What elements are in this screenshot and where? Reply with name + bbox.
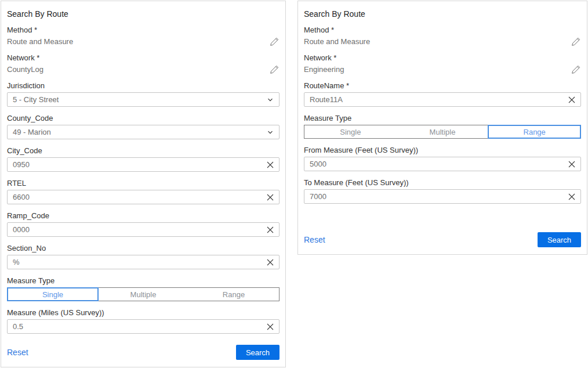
panel-footer: Reset Search (304, 232, 581, 247)
readonly-row-method: Route and Measure (304, 37, 581, 46)
field-measure-type: Measure Type Single Multiple Range (7, 276, 280, 301)
field-label-from-measure: From Measure (Feet (US Survey)) (304, 146, 581, 154)
clear-x-icon[interactable] (267, 161, 274, 168)
field-value-network: CountyLog (7, 65, 43, 74)
field-rtel: RTEL (7, 179, 280, 204)
readonly-row-method: Route and Measure (7, 37, 280, 46)
section-no-input-wrap (7, 255, 280, 269)
readonly-row-network: CountyLog (7, 64, 280, 74)
measure-type-tabbar: Single Multiple Range (304, 125, 581, 139)
jurisdiction-select[interactable]: 5 - City Street (7, 92, 280, 107)
from-measure-input[interactable] (310, 160, 568, 168)
city-code-input-wrap (7, 157, 280, 172)
field-label-route-name: RouteName * (304, 81, 581, 90)
to-measure-input[interactable] (310, 192, 568, 201)
panel-title: Search By Route (304, 9, 581, 19)
field-network: Network * CountyLog (7, 53, 280, 74)
field-label-network: Network * (304, 53, 581, 62)
search-by-route-panel-left: Search By Route Method * Route and Measu… (1, 1, 286, 367)
clear-x-icon[interactable] (267, 323, 274, 330)
field-method: Method * Route and Measure (304, 26, 581, 46)
field-method: Method * Route and Measure (7, 26, 280, 46)
field-label-measure-type: Measure Type (304, 114, 581, 122)
readonly-row-network: Engineering (304, 64, 581, 74)
ramp-code-input-wrap (7, 222, 280, 237)
field-network: Network * Engineering (304, 53, 581, 74)
clear-x-icon[interactable] (267, 226, 274, 233)
pencil-icon[interactable] (571, 64, 581, 74)
field-label-county-code: County_Code (7, 114, 280, 122)
to-measure-input-wrap (304, 189, 581, 204)
field-label-network: Network * (7, 53, 280, 62)
field-county-code: County_Code 49 - Marion (7, 114, 280, 139)
reset-link[interactable]: Reset (304, 235, 325, 244)
field-label-method: Method * (304, 26, 581, 34)
field-value-method: Route and Measure (7, 37, 73, 46)
panel-footer: Reset Search (7, 345, 280, 360)
field-from-measure: From Measure (Feet (US Survey)) (304, 146, 581, 171)
tab-range[interactable]: Range (188, 288, 279, 301)
tab-range[interactable]: Range (488, 125, 580, 138)
field-label-jurisdiction: Jurisdiction (7, 81, 280, 90)
search-by-route-panel-right: Search By Route Method * Route and Measu… (297, 1, 587, 255)
pencil-icon[interactable] (270, 37, 280, 46)
field-label-measure-type: Measure Type (7, 276, 280, 285)
measure-input-wrap (7, 319, 280, 334)
clear-x-icon[interactable] (568, 96, 575, 103)
clear-x-icon[interactable] (267, 194, 274, 201)
reset-link[interactable]: Reset (7, 348, 28, 357)
tab-single[interactable]: Single (8, 288, 98, 301)
rtel-input-wrap (7, 190, 280, 204)
county-code-select[interactable]: 49 - Marion (7, 125, 280, 139)
city-code-input[interactable] (13, 160, 267, 169)
field-label-measure: Measure (Miles (US Survey)) (7, 308, 280, 317)
field-label-ramp-code: Ramp_Code (7, 211, 280, 220)
from-measure-input-wrap (304, 157, 581, 171)
field-jurisdiction: Jurisdiction 5 - City Street (7, 81, 280, 107)
field-label-rtel: RTEL (7, 179, 280, 187)
county-code-select-value: 49 - Marion (13, 128, 51, 136)
jurisdiction-select-value: 5 - City Street (13, 95, 59, 104)
chevron-down-icon (267, 96, 274, 103)
field-label-section-no: Section_No (7, 244, 280, 252)
tab-multiple[interactable]: Multiple (98, 288, 188, 301)
tab-multiple[interactable]: Multiple (397, 125, 489, 138)
field-to-measure: To Measure (Feet (US Survey)) (304, 178, 581, 204)
field-value-network: Engineering (304, 65, 344, 74)
route-name-input[interactable] (310, 95, 568, 104)
search-button[interactable]: Search (236, 345, 280, 360)
clear-x-icon[interactable] (568, 193, 575, 200)
field-label-to-measure: To Measure (Feet (US Survey)) (304, 178, 581, 187)
chevron-down-icon (267, 129, 274, 136)
search-button[interactable]: Search (538, 232, 581, 247)
panel-title: Search By Route (7, 9, 280, 19)
field-label-city-code: City_Code (7, 146, 280, 155)
tab-single[interactable]: Single (304, 125, 397, 138)
clear-x-icon[interactable] (267, 259, 274, 266)
field-measure-type: Measure Type Single Multiple Range (304, 114, 581, 139)
clear-x-icon[interactable] (568, 161, 575, 168)
rtel-input[interactable] (13, 193, 267, 201)
field-label-method: Method * (7, 26, 280, 34)
field-value-method: Route and Measure (304, 37, 370, 46)
field-city-code: City_Code (7, 146, 280, 172)
field-section-no: Section_No (7, 244, 280, 269)
ramp-code-input[interactable] (13, 225, 267, 234)
field-ramp-code: Ramp_Code (7, 211, 280, 237)
pencil-icon[interactable] (571, 37, 581, 46)
field-route-name: RouteName * (304, 81, 581, 107)
field-measure: Measure (Miles (US Survey)) (7, 308, 280, 334)
measure-input[interactable] (13, 322, 267, 331)
measure-type-tabbar: Single Multiple Range (7, 287, 280, 301)
route-name-input-wrap (304, 92, 581, 107)
pencil-icon[interactable] (270, 64, 280, 74)
section-no-input[interactable] (13, 258, 267, 266)
